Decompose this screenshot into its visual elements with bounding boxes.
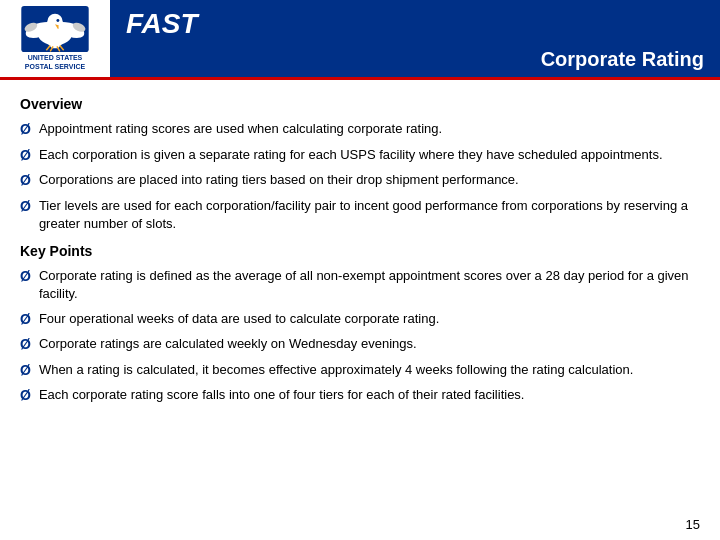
key-points-bullet-3: Corporate ratings are calculated weekly … bbox=[39, 335, 700, 353]
bullet-arrow-icon: Ø bbox=[20, 120, 31, 140]
page-number: 15 bbox=[686, 517, 700, 532]
key-points-bullet-4: When a rating is calculated, it becomes … bbox=[39, 361, 700, 379]
bullet-arrow-icon: Ø bbox=[20, 361, 31, 381]
list-item: Ø Tier levels are used for each corporat… bbox=[20, 197, 700, 233]
key-points-title: Key Points bbox=[20, 243, 700, 259]
fast-title: FAST bbox=[110, 0, 720, 40]
usps-eagle-icon bbox=[20, 6, 90, 52]
bullet-arrow-icon: Ø bbox=[20, 146, 31, 166]
key-points-list: Ø Corporate rating is defined as the ave… bbox=[20, 267, 700, 406]
usps-label: UNITED STATES POSTAL SERVICE bbox=[25, 54, 85, 71]
list-item: Ø When a rating is calculated, it become… bbox=[20, 361, 700, 381]
list-item: Ø Four operational weeks of data are use… bbox=[20, 310, 700, 330]
overview-title: Overview bbox=[20, 96, 700, 112]
key-points-bullet-2: Four operational weeks of data are used … bbox=[39, 310, 700, 328]
main-content: Overview Ø Appointment rating scores are… bbox=[0, 80, 720, 424]
bullet-arrow-icon: Ø bbox=[20, 267, 31, 287]
corporate-rating-title: Corporate Rating bbox=[110, 44, 720, 77]
overview-bullet-3: Corporations are placed into rating tier… bbox=[39, 171, 700, 189]
bullet-arrow-icon: Ø bbox=[20, 386, 31, 406]
list-item: Ø Each corporate rating score falls into… bbox=[20, 386, 700, 406]
bullet-arrow-icon: Ø bbox=[20, 310, 31, 330]
list-item: Ø Corporate ratings are calculated weekl… bbox=[20, 335, 700, 355]
header-right: FAST Corporate Rating bbox=[110, 0, 720, 77]
overview-list: Ø Appointment rating scores are used whe… bbox=[20, 120, 700, 233]
overview-bullet-4: Tier levels are used for each corporatio… bbox=[39, 197, 700, 233]
bullet-arrow-icon: Ø bbox=[20, 197, 31, 217]
logo-area: UNITED STATES POSTAL SERVICE bbox=[0, 0, 110, 77]
key-points-bullet-1: Corporate rating is defined as the avera… bbox=[39, 267, 700, 303]
list-item: Ø Corporate rating is defined as the ave… bbox=[20, 267, 700, 303]
overview-bullet-2: Each corporation is given a separate rat… bbox=[39, 146, 700, 164]
list-item: Ø Each corporation is given a separate r… bbox=[20, 146, 700, 166]
key-points-bullet-5: Each corporate rating score falls into o… bbox=[39, 386, 700, 404]
list-item: Ø Appointment rating scores are used whe… bbox=[20, 120, 700, 140]
header: UNITED STATES POSTAL SERVICE FAST Corpor… bbox=[0, 0, 720, 80]
bullet-arrow-icon: Ø bbox=[20, 171, 31, 191]
overview-bullet-1: Appointment rating scores are used when … bbox=[39, 120, 700, 138]
list-item: Ø Corporations are placed into rating ti… bbox=[20, 171, 700, 191]
bullet-arrow-icon: Ø bbox=[20, 335, 31, 355]
svg-point-4 bbox=[56, 19, 59, 22]
